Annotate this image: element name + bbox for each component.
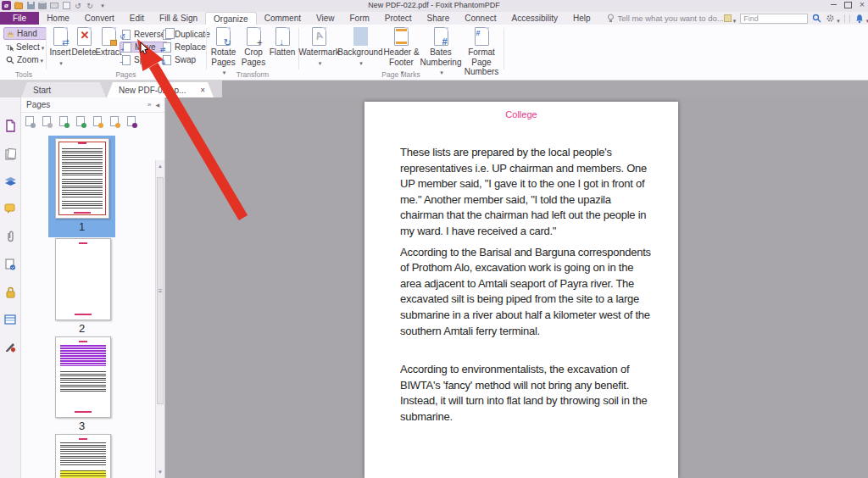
close-tab-icon[interactable] xyxy=(200,86,205,95)
tell-me-box[interactable]: Tell me what you want to do... xyxy=(607,12,724,25)
window-controls xyxy=(829,1,866,8)
separator xyxy=(849,14,850,23)
page-thumbnail-3[interactable] xyxy=(55,336,111,418)
pages-panel-header: Pages xyxy=(21,97,164,113)
minimize-button[interactable] xyxy=(829,1,837,8)
zoom-tool-button[interactable]: Zoom xyxy=(3,54,47,65)
doc-tab-active[interactable]: New PDF-022.p... xyxy=(107,82,214,97)
find-settings-gear-icon[interactable] xyxy=(826,11,840,26)
close-button[interactable] xyxy=(858,1,866,8)
thumbnail-3-number: 3 xyxy=(48,420,115,432)
separator xyxy=(844,14,845,23)
swap-pages-button[interactable]: ⇅ Swap xyxy=(160,54,213,65)
tab-file[interactable]: File xyxy=(0,12,39,25)
tab-organize[interactable]: Organize xyxy=(205,12,257,25)
active-tab-label: New PDF-022.p... xyxy=(119,86,186,95)
format-page-numbers-button[interactable]: # Format Page Numbers xyxy=(460,25,503,77)
page-thumbnails-panel-icon[interactable] xyxy=(4,119,16,132)
replace-icon: ⇄ xyxy=(163,42,171,53)
window-title: New PDF-022.pdf - Foxit PhantomPDF xyxy=(0,1,868,9)
tab-edit[interactable]: Edit xyxy=(122,12,152,25)
layers-panel-icon[interactable] xyxy=(4,176,17,187)
pages-panel-toolbar xyxy=(21,113,164,129)
tab-help[interactable]: Help xyxy=(565,12,598,25)
rotate-pages-button[interactable]: ↻ Rotate Pages xyxy=(208,25,239,77)
highlight-all-icon[interactable] xyxy=(724,11,737,26)
tab-connect[interactable]: Connect xyxy=(457,12,504,25)
group-transform: ↻ Rotate Pages + Crop Pages ↓ Flatten Tr… xyxy=(208,25,298,81)
notifications-bell-icon[interactable] xyxy=(854,11,868,26)
tab-view[interactable]: View xyxy=(309,12,342,25)
digital-signatures-panel-icon[interactable] xyxy=(4,341,16,353)
tab-comment[interactable]: Comment xyxy=(257,12,309,25)
doc-paragraph-3: According to environmentalists, the exca… xyxy=(400,362,656,425)
extract-pages-button[interactable]: Extract xyxy=(96,25,121,67)
doc-tab-start[interactable]: Start xyxy=(21,82,106,97)
hand-tool-button[interactable]: Hand xyxy=(3,27,47,40)
panel-expand-icon[interactable] xyxy=(147,101,151,108)
page-thumbnail-2[interactable] xyxy=(55,238,111,320)
header-footer-button[interactable]: Header & Footer xyxy=(381,25,421,77)
swap-label: Swap xyxy=(175,55,196,64)
tab-accessibility[interactable]: Accessibility xyxy=(504,12,565,25)
background-button[interactable]: Background xyxy=(339,25,381,77)
attachments-panel-icon[interactable] xyxy=(5,231,16,242)
duplicate-pages-icon[interactable] xyxy=(93,116,102,126)
document-view-area: College These lists are prepared by the … xyxy=(166,97,868,478)
delete-pages-button[interactable]: ✕ Delete xyxy=(72,25,96,67)
destinations-panel-icon[interactable] xyxy=(4,258,16,270)
tab-fill-sign[interactable]: Fill & Sign xyxy=(152,12,205,25)
zoom-magnifier-icon xyxy=(6,56,14,64)
start-tab-label: Start xyxy=(33,86,51,95)
crop-pages-icon: + xyxy=(247,27,261,46)
swap-pages-icon[interactable] xyxy=(110,116,119,126)
pdf-page[interactable]: College These lists are prepared by the … xyxy=(364,102,678,478)
navigation-panel-strip xyxy=(0,97,21,478)
watermark-button[interactable]: A Watermark xyxy=(299,25,339,77)
extract-pages-icon[interactable] xyxy=(59,116,68,126)
ribbon-tab-bar: File Home Convert Edit Fill & Sign Organ… xyxy=(0,12,868,25)
crop-pages-button[interactable]: + Crop Pages xyxy=(239,25,268,77)
security-panel-icon[interactable] xyxy=(5,286,16,298)
panel-collapse-icon[interactable] xyxy=(155,101,159,108)
bookmarks-panel-icon[interactable] xyxy=(4,148,16,160)
header-footer-label: Header & Footer xyxy=(381,47,421,67)
tab-convert[interactable]: Convert xyxy=(77,12,122,25)
find-cluster xyxy=(724,12,868,25)
tab-home[interactable]: Home xyxy=(39,12,77,25)
split-pages-icon[interactable] xyxy=(127,116,136,126)
insert-pages-icon[interactable] xyxy=(25,116,34,126)
page-thumbnail-1[interactable] xyxy=(55,138,109,219)
comments-panel-icon[interactable] xyxy=(4,203,16,214)
find-input[interactable] xyxy=(740,14,808,24)
delete-page-icon: ✕ xyxy=(77,27,92,46)
bates-numbering-icon: # xyxy=(434,27,448,46)
doc-body: These lists are prepared by the local pe… xyxy=(400,145,656,425)
scroll-down-icon[interactable] xyxy=(156,467,164,477)
zoom-tool-label: Zoom xyxy=(17,55,43,64)
thumbnail-1-number: 1 xyxy=(48,220,115,233)
reverse-icon: ↺ xyxy=(122,30,131,40)
select-tool-button[interactable]: T Select xyxy=(3,42,47,53)
scrollbar-thumb[interactable] xyxy=(157,177,164,404)
search-icon[interactable] xyxy=(812,14,821,23)
insert-pages-button[interactable]: ⇄ Insert xyxy=(48,25,72,67)
scroll-up-icon[interactable] xyxy=(156,161,164,171)
replace-pages-icon[interactable] xyxy=(76,116,85,126)
tab-share[interactable]: Share xyxy=(420,12,458,25)
page-thumbnail-4[interactable] xyxy=(55,434,111,478)
background-icon xyxy=(353,27,368,46)
delete-pages-icon[interactable] xyxy=(42,116,51,126)
replace-pages-button[interactable]: ⇄ Replace xyxy=(160,42,213,53)
flatten-button[interactable]: ↓ Flatten xyxy=(268,25,297,77)
document-tab-bar: Start New PDF-022.p... xyxy=(0,81,868,97)
bates-numbering-button[interactable]: # Bates Numbering xyxy=(421,25,460,77)
pages-panel-scrollbar[interactable] xyxy=(155,160,164,478)
tab-form[interactable]: Form xyxy=(342,12,377,25)
tab-protect[interactable]: Protect xyxy=(377,12,420,25)
maximize-button[interactable] xyxy=(843,1,852,8)
title-bar: ↺ ↻ New PDF-022.pdf - Foxit PhantomPDF xyxy=(0,0,868,12)
duplicate-pages-button[interactable]: Duplicate xyxy=(160,29,213,40)
ribbon: Hand T Select Zoom Tools ⇄ Insert xyxy=(0,25,868,81)
fields-panel-icon[interactable] xyxy=(4,314,16,325)
